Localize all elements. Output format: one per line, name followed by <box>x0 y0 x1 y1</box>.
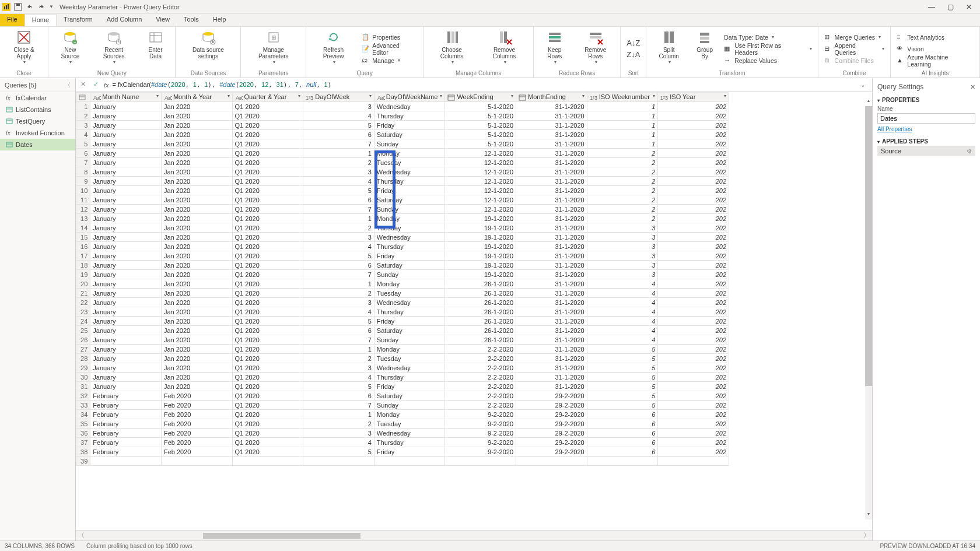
table-row[interactable]: 34FebruaryFeb 2020Q1 20201Monday9-2-2020… <box>76 410 729 419</box>
cell[interactable]: January <box>90 233 162 242</box>
cell[interactable]: 4 <box>587 326 658 335</box>
table-row[interactable]: 19JanuaryJan 2020Q1 20207Sunday19-1-2020… <box>76 270 729 279</box>
row-number[interactable]: 22 <box>76 298 90 307</box>
cell[interactable]: January <box>90 139 162 149</box>
column-header-iso-year[interactable]: 1²3ISO Year▾ <box>658 93 729 102</box>
table-row[interactable]: 37FebruaryFeb 2020Q1 20204Thursday9-2-20… <box>76 438 729 447</box>
row-number[interactable]: 7 <box>76 158 90 167</box>
cell[interactable]: 5 <box>587 354 658 363</box>
row-number[interactable]: 9 <box>76 177 90 186</box>
cell[interactable]: Friday <box>374 317 445 326</box>
cell[interactable]: Jan 2020 <box>161 363 232 373</box>
cell[interactable]: 4 <box>303 177 374 186</box>
cell[interactable]: Saturday <box>374 195 445 205</box>
cell[interactable]: Q1 2020 <box>232 223 303 233</box>
cell[interactable]: Wednesday <box>374 363 445 373</box>
cell[interactable]: 2 <box>587 177 658 186</box>
row-number[interactable]: 20 <box>76 279 90 289</box>
row-number[interactable]: 38 <box>76 447 90 457</box>
table-row[interactable]: 30JanuaryJan 2020Q1 20204Thursday2-2-202… <box>76 373 729 382</box>
cell[interactable]: Jan 2020 <box>161 233 232 242</box>
cell[interactable]: 31-1-2020 <box>516 298 587 307</box>
cell[interactable]: Q1 2020 <box>232 401 303 410</box>
cell[interactable]: 5-1-2020 <box>445 130 516 139</box>
cell[interactable]: January <box>90 130 162 139</box>
cell[interactable]: 9-2-2020 <box>445 447 516 457</box>
cell[interactable]: Jan 2020 <box>161 130 232 139</box>
table-row[interactable]: 25JanuaryJan 2020Q1 20206Saturday26-1-20… <box>76 326 729 335</box>
cell[interactable]: 202 <box>658 419 729 429</box>
cell[interactable]: Jan 2020 <box>161 205 232 214</box>
row-number[interactable]: 31 <box>76 382 90 391</box>
filter-icon[interactable]: ▾ <box>298 93 300 99</box>
table-row[interactable]: 20JanuaryJan 2020Q1 20201Monday26-1-2020… <box>76 279 729 289</box>
row-number[interactable]: 6 <box>76 149 90 158</box>
cell[interactable]: 3 <box>587 251 658 261</box>
cell[interactable]: 31-1-2020 <box>516 139 587 149</box>
cell[interactable]: 31-1-2020 <box>516 102 587 111</box>
cell[interactable]: Q1 2020 <box>232 186 303 195</box>
tab-add-column[interactable]: Add Column <box>100 14 149 26</box>
cell[interactable]: Jan 2020 <box>161 382 232 391</box>
row-number[interactable]: 5 <box>76 139 90 149</box>
cell[interactable]: Q1 2020 <box>232 298 303 307</box>
query-item-fxcalendar[interactable]: fxfxCalendar <box>0 92 75 104</box>
cell[interactable]: Jan 2020 <box>161 373 232 382</box>
row-number[interactable]: 18 <box>76 261 90 270</box>
query-item-invoked-function[interactable]: fxInvoked Function <box>0 127 75 139</box>
cell[interactable]: 31-1-2020 <box>516 345 587 354</box>
cell[interactable]: 202 <box>658 345 729 354</box>
cell[interactable]: Jan 2020 <box>161 158 232 167</box>
cell[interactable]: January <box>90 289 162 298</box>
table-row[interactable]: 6JanuaryJan 2020Q1 20201Monday12-1-20203… <box>76 149 729 158</box>
cell[interactable]: 26-1-2020 <box>445 317 516 326</box>
cell[interactable]: 31-1-2020 <box>516 363 587 373</box>
cell[interactable]: 2-2-2020 <box>445 345 516 354</box>
cell[interactable]: Saturday <box>374 326 445 335</box>
tab-transform[interactable]: Transform <box>57 14 100 26</box>
cell[interactable]: 31-1-2020 <box>516 158 587 167</box>
cell[interactable]: 6 <box>587 438 658 447</box>
cell[interactable]: Monday <box>374 149 445 158</box>
cell[interactable]: Feb 2020 <box>161 447 232 457</box>
cell[interactable]: January <box>90 177 162 186</box>
cell[interactable]: 1 <box>587 111 658 121</box>
cell[interactable]: 5 <box>587 391 658 401</box>
remove-columns-button[interactable]: Remove Columns▾ <box>479 28 530 69</box>
cell[interactable]: 2-2-2020 <box>445 373 516 382</box>
cell[interactable]: Q1 2020 <box>232 307 303 317</box>
table-row[interactable]: 39 <box>76 457 729 466</box>
cell[interactable]: Monday <box>374 214 445 223</box>
cell[interactable]: 4 <box>303 373 374 382</box>
cell[interactable]: Q1 2020 <box>232 149 303 158</box>
column-header-iso-weeknumber[interactable]: 1²3ISO Weeknumber▾ <box>587 93 658 102</box>
cell[interactable]: 2 <box>587 167 658 177</box>
cell[interactable]: Jan 2020 <box>161 139 232 149</box>
cell[interactable]: 29-2-2020 <box>516 410 587 419</box>
cell[interactable]: 4 <box>303 242 374 251</box>
cell[interactable]: 202 <box>658 270 729 279</box>
cell[interactable]: Friday <box>374 382 445 391</box>
cell[interactable]: January <box>90 307 162 317</box>
cell[interactable]: 202 <box>658 205 729 214</box>
cell[interactable]: 202 <box>658 401 729 410</box>
cell[interactable]: Q1 2020 <box>232 317 303 326</box>
cell[interactable]: Q1 2020 <box>232 363 303 373</box>
cell[interactable]: 6 <box>303 130 374 139</box>
cell[interactable]: Q1 2020 <box>232 214 303 223</box>
column-header-quarter-year[interactable]: ABCQuarter & Year▾ <box>232 93 303 102</box>
cell[interactable]: 202 <box>658 195 729 205</box>
cell[interactable]: 31-1-2020 <box>516 130 587 139</box>
collapse-queries-icon[interactable]: 〈 <box>65 81 71 89</box>
cell[interactable]: 1 <box>587 139 658 149</box>
row-number[interactable]: 14 <box>76 223 90 233</box>
row-number[interactable]: 2 <box>76 111 90 121</box>
cell[interactable]: 2-2-2020 <box>445 391 516 401</box>
row-number[interactable]: 33 <box>76 401 90 410</box>
cell[interactable]: 2 <box>587 195 658 205</box>
table-row[interactable]: 3JanuaryJan 2020Q1 20205Friday5-1-202031… <box>76 121 729 130</box>
cell[interactable]: Q1 2020 <box>232 242 303 251</box>
cell[interactable]: 202 <box>658 167 729 177</box>
commit-formula-icon[interactable]: ✓ <box>91 80 100 90</box>
cell[interactable]: Q1 2020 <box>232 251 303 261</box>
